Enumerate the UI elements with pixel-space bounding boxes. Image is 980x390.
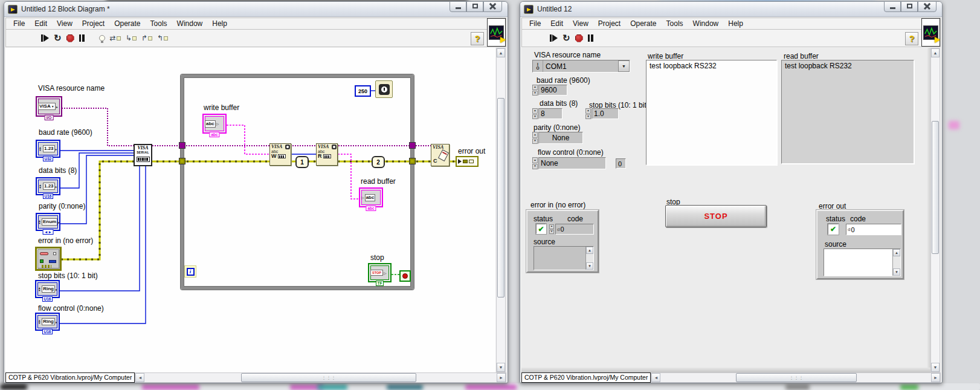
- run-button[interactable]: [41, 34, 49, 42]
- scroll-up-icon[interactable]: ▲: [497, 48, 505, 57]
- stop-bits-control[interactable]: ▲▼ 1.0: [585, 108, 619, 119]
- vertical-scrollbar[interactable]: ▲ ▼: [496, 48, 506, 372]
- write-buffer-terminal[interactable]: abc▷ abc: [202, 114, 227, 137]
- menu-project[interactable]: Project: [593, 18, 625, 29]
- pause-button[interactable]: [79, 34, 85, 42]
- scroll-down-icon[interactable]: ▼: [497, 363, 505, 372]
- context-help-button[interactable]: ?: [905, 32, 918, 45]
- abort-button[interactable]: [575, 34, 583, 42]
- visa-read-node[interactable]: VISA abc R: [316, 143, 338, 166]
- menu-operate[interactable]: Operate: [625, 18, 661, 29]
- tunnel-visa-right[interactable]: [409, 142, 416, 149]
- visa-configure-serial-port-node[interactable]: VISA SERIAL: [134, 144, 152, 166]
- tunnel-error-right[interactable]: [409, 158, 416, 164]
- scroll-left-icon[interactable]: ◄: [651, 373, 660, 382]
- menu-view[interactable]: View: [52, 18, 77, 29]
- menu-help[interactable]: Help: [723, 18, 748, 29]
- visa-resource-combo[interactable]: IO COM1 ▼: [532, 60, 630, 73]
- minimize-button[interactable]: [884, 1, 901, 12]
- menu-edit[interactable]: Edit: [30, 18, 52, 29]
- baud-rate-terminal[interactable]: ▲▼1.23▸ U32: [36, 140, 60, 161]
- wait-ms-constant[interactable]: 250: [355, 85, 371, 97]
- stop-bits-terminal[interactable]: ▲▼Ring▸ U16: [35, 280, 60, 302]
- run-continuous-button[interactable]: ↻: [54, 34, 62, 42]
- highlight-execution-button[interactable]: [99, 35, 105, 41]
- write-buffer-input[interactable]: test loopback RS232: [646, 60, 777, 165]
- probe-2[interactable]: 2: [372, 156, 385, 168]
- maximize-button[interactable]: [901, 1, 918, 12]
- abort-button[interactable]: [66, 34, 74, 42]
- titlebar[interactable]: Untitled 12 Block Diagram *: [4, 2, 508, 17]
- menu-file[interactable]: File: [8, 18, 30, 29]
- labview-logo-button[interactable]: [487, 18, 506, 47]
- spinner[interactable]: ▲▼: [532, 108, 538, 119]
- scroll-right-icon[interactable]: ►: [497, 373, 506, 382]
- close-button[interactable]: [918, 1, 936, 12]
- scroll-left-icon[interactable]: ◄: [135, 373, 144, 382]
- wait-ms-node[interactable]: [375, 80, 393, 98]
- context-help-button[interactable]: ?: [471, 32, 484, 45]
- menu-project[interactable]: Project: [77, 18, 109, 29]
- dropdown-button[interactable]: ▼: [618, 60, 630, 72]
- stop-terminal[interactable]: STOP▷ TF: [368, 263, 392, 286]
- flow-control-ring[interactable]: ▲▼ None: [532, 157, 606, 169]
- source-field[interactable]: ▲▼: [534, 246, 594, 270]
- parity-terminal[interactable]: ▲▼Enum▸ ◄►: [36, 213, 60, 235]
- tunnel-visa-left[interactable]: [179, 142, 185, 149]
- baud-rate-control[interactable]: ▲▼ 9600: [532, 85, 567, 96]
- menu-tools[interactable]: Tools: [146, 18, 172, 29]
- flow-control-terminal[interactable]: ▲▼Ring▸ U16: [35, 313, 60, 334]
- menu-edit[interactable]: Edit: [546, 18, 568, 29]
- vertical-scrollbar[interactable]: ▲ ▼: [930, 48, 940, 372]
- project-path[interactable]: COTP & P620 Vibration.lvproj/My Computer: [521, 372, 651, 383]
- error-in-terminal[interactable]: [35, 247, 62, 271]
- step-into-button[interactable]: ↳: [126, 34, 137, 42]
- close-button[interactable]: [483, 1, 502, 12]
- spinner[interactable]: ▲▼: [585, 108, 591, 119]
- step-out-button[interactable]: ↰: [157, 34, 168, 42]
- code-spinner[interactable]: ▲▼: [549, 224, 554, 234]
- front-panel-canvas[interactable]: VISA resource name IO COM1 ▼ baud rate (…: [521, 48, 932, 372]
- loop-condition-terminal[interactable]: [399, 270, 411, 282]
- data-bits-terminal[interactable]: ▲▼1.23▸ U16: [36, 177, 60, 199]
- code-field[interactable]: d0: [555, 224, 594, 235]
- probe-1[interactable]: 1: [295, 156, 309, 168]
- menu-operate[interactable]: Operate: [109, 18, 145, 29]
- scrollbar-thumb[interactable]: [497, 98, 505, 297]
- menu-view[interactable]: View: [568, 18, 593, 29]
- scroll-down-icon[interactable]: ▼: [931, 363, 940, 372]
- labview-logo-button[interactable]: [921, 18, 940, 47]
- stop-button[interactable]: STOP: [665, 205, 767, 227]
- spinner[interactable]: ▲▼: [532, 132, 538, 144]
- step-over-button[interactable]: ↱: [141, 34, 152, 42]
- horizontal-scrollbar[interactable]: ◄ ⋮⋮⋮ ►: [135, 372, 506, 383]
- error-in-cluster[interactable]: status code ✔ ▲▼ d0 source ▲▼: [526, 210, 599, 273]
- data-bits-control[interactable]: ▲▼ 8: [532, 108, 563, 119]
- error-out-terminal[interactable]: [456, 156, 479, 167]
- menu-file[interactable]: File: [524, 18, 546, 29]
- block-diagram-canvas[interactable]: VISA resource name baud rate (9600) data…: [5, 48, 495, 372]
- visa-resource-terminal[interactable]: VISA▼▸ I/O: [36, 96, 62, 120]
- spinner[interactable]: ▲▼: [532, 157, 538, 169]
- menu-window[interactable]: Window: [172, 18, 208, 29]
- horizontal-scrollbar[interactable]: ◄ ⋮⋮⋮ ►: [651, 372, 941, 383]
- menu-window[interactable]: Window: [688, 18, 724, 29]
- run-button[interactable]: [550, 34, 558, 42]
- run-continuous-button[interactable]: ↻: [563, 34, 570, 42]
- scroll-up-icon[interactable]: ▲: [931, 48, 940, 57]
- visa-write-node[interactable]: VISA abc W: [269, 143, 291, 166]
- scroll-right-icon[interactable]: ►: [931, 373, 940, 382]
- source-scrollbar[interactable]: ▲▼: [892, 249, 900, 276]
- visa-close-node[interactable]: VISA C: [431, 144, 450, 166]
- read-buffer-terminal[interactable]: ▷abc abc: [359, 187, 383, 211]
- titlebar[interactable]: Untitled 12: [520, 2, 942, 17]
- spinner[interactable]: ▲▼: [532, 85, 538, 96]
- maximize-button[interactable]: [466, 1, 483, 12]
- scrollbar-thumb[interactable]: [932, 121, 939, 254]
- minimize-button[interactable]: [450, 1, 466, 12]
- project-path[interactable]: COTP & P620 Vibration.lvproj/My Computer: [5, 372, 135, 383]
- source-scrollbar[interactable]: ▲▼: [585, 247, 593, 270]
- tunnel-error-left[interactable]: [179, 158, 185, 164]
- menu-tools[interactable]: Tools: [662, 18, 688, 29]
- iteration-terminal[interactable]: i: [184, 265, 196, 278]
